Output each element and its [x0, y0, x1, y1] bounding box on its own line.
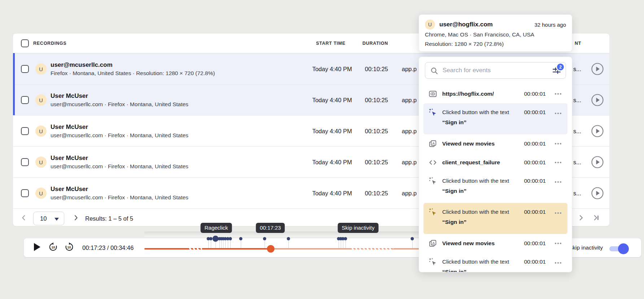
search-input[interactable] [442, 63, 543, 78]
duration-cell: 00:10:25 [365, 159, 388, 165]
row-checkbox[interactable] [21, 158, 29, 166]
url-cell: app.p [402, 159, 417, 165]
event-row[interactable]: AViewed new movies00:00:01 [423, 234, 567, 253]
row-checkbox[interactable] [21, 65, 29, 73]
event-menu-button[interactable] [554, 109, 562, 118]
event-search-box: 2 [425, 62, 566, 79]
page-size-value: 10 [40, 215, 47, 222]
play-recording-button[interactable] [591, 62, 604, 75]
pageview-eye-icon [428, 90, 437, 98]
prev-page-button[interactable] [20, 214, 27, 223]
timeline-event-dot[interactable] [344, 237, 347, 240]
person-title: User McUser [51, 92, 188, 100]
events-last-page-button[interactable] [593, 214, 601, 223]
col-duration: DURATION [362, 41, 388, 46]
event-menu-button[interactable] [554, 158, 562, 167]
play-circle-icon [591, 62, 604, 75]
row-checkbox[interactable] [21, 127, 29, 135]
event-menu-button[interactable] [554, 90, 562, 98]
event-timestamp: 00:00:01 [524, 109, 546, 116]
timeline-event-dot[interactable] [239, 237, 243, 240]
event-menu-button[interactable] [554, 239, 562, 248]
timeline-event-dot[interactable] [263, 237, 266, 240]
avatar: U [35, 63, 47, 74]
more-menu-icon [554, 259, 562, 267]
playback-time: 00:17:23 / 00:34:46 [82, 244, 134, 251]
url-cell: app.p [402, 190, 417, 196]
event-name: Viewed new movies [442, 140, 495, 147]
next-page-button[interactable] [73, 214, 79, 223]
truncated-cell: s... [573, 159, 581, 165]
event-timestamp: 00:00:01 [524, 178, 546, 184]
event-timestamp: 00:00:01 [524, 240, 546, 247]
event-name: https://hogflix.com/ [442, 91, 494, 97]
duration-cell: 00:10:25 [365, 96, 388, 103]
autocapture-cursor-icon [428, 258, 437, 266]
timeline-event-dot[interactable] [229, 237, 232, 240]
person-cell: user@mcuserllc.comFirefox · Montana, Uni… [51, 61, 215, 77]
play-recording-button[interactable] [591, 187, 604, 200]
event-timestamp: 00:00:01 [524, 209, 546, 215]
play-circle-icon [591, 187, 604, 200]
row-checkbox[interactable] [21, 189, 29, 197]
event-menu-button[interactable] [554, 139, 562, 148]
session-user-card: U user@hogflix.com 32 hours ago Chrome, … [419, 14, 572, 52]
timeline-event-dot[interactable] [287, 237, 290, 240]
event-row[interactable]: client_request_failure00:00:01 [423, 153, 567, 172]
event-timestamp: 00:00:01 [524, 159, 546, 166]
timeline-event-dot[interactable] [411, 237, 414, 240]
event-row[interactable]: https://hogflix.com/00:00:01 [423, 84, 567, 103]
event-name: Viewed new movies [442, 240, 495, 246]
seekbar-inactivity-played[interactable] [188, 248, 202, 250]
autocapture-cursor-icon [428, 208, 437, 217]
start-time-cell: Today 4:40 PM [312, 127, 352, 134]
event-menu-button[interactable] [554, 209, 562, 217]
page-size-select[interactable]: 10 [33, 212, 64, 225]
play-recording-button[interactable] [591, 156, 604, 169]
person-subtitle: user@mcuserllc.com · Firefox · Montana, … [51, 163, 188, 170]
play-button[interactable] [34, 243, 41, 252]
play-circle-icon [591, 125, 604, 138]
truncated-cell: s... [573, 190, 581, 196]
seekbar-inactivity-unplayed[interactable] [350, 248, 393, 250]
more-menu-icon [554, 239, 562, 248]
seekbar-played[interactable] [144, 248, 271, 250]
user-email: user@hogflix.com [439, 21, 493, 28]
person-subtitle: user@mcuserllc.com · Firefox · Montana, … [51, 101, 188, 108]
forward-10-button[interactable]: 10 [64, 242, 74, 254]
play-recording-button[interactable] [591, 125, 604, 138]
person-subtitle: Firefox · Montana, United States · Resol… [51, 70, 215, 77]
event-text: Clicked button with the text [442, 178, 509, 184]
event-filter-button[interactable]: 2 [552, 66, 561, 75]
event-menu-button[interactable] [554, 178, 562, 186]
select-all-checkbox[interactable] [21, 39, 29, 47]
url-cell: app.p [402, 96, 417, 103]
events-next-page-button[interactable] [578, 214, 585, 223]
col-truncated: NT [575, 41, 581, 46]
timeline-event-dot[interactable] [209, 237, 213, 240]
avatar: U [35, 187, 47, 199]
event-row[interactable]: Clicked button with the text “Sign in”00… [423, 253, 567, 272]
skip-inactivity-toggle[interactable] [609, 246, 627, 251]
event-menu-button[interactable] [554, 259, 562, 267]
event-list: https://hogflix.com/00:00:01Clicked butt… [419, 84, 572, 272]
row-checkbox[interactable] [21, 96, 29, 104]
more-menu-icon [554, 209, 562, 217]
event-row[interactable]: AViewed new movies00:00:01 [423, 134, 567, 153]
autocapture-cursor-icon [428, 108, 437, 117]
event-row[interactable]: Clicked button with the text “Sign in”00… [423, 103, 567, 134]
avatar: U [35, 156, 47, 168]
event-row[interactable]: Clicked button with the text “Sign in”00… [423, 172, 567, 203]
timeline-tooltip: Skip inactivity [338, 223, 379, 233]
play-circle-icon [591, 156, 604, 169]
results-count: Results: 1 – 5 of 5 [85, 215, 133, 222]
url-cell: app.p [402, 65, 417, 72]
play-recording-button[interactable] [591, 94, 604, 107]
playhead[interactable] [267, 245, 275, 253]
event-target: “Sign in” [442, 269, 466, 272]
person-cell: User McUseruser@mcuserllc.com · Firefox … [51, 186, 188, 201]
event-row[interactable]: Clicked button with the text “Sign in”00… [423, 203, 567, 234]
rewind-10-button[interactable]: 10 [48, 242, 58, 254]
more-menu-icon [554, 158, 562, 167]
session-meta: Chrome, Mac OS · San Francisco, CA, USA [425, 31, 534, 38]
